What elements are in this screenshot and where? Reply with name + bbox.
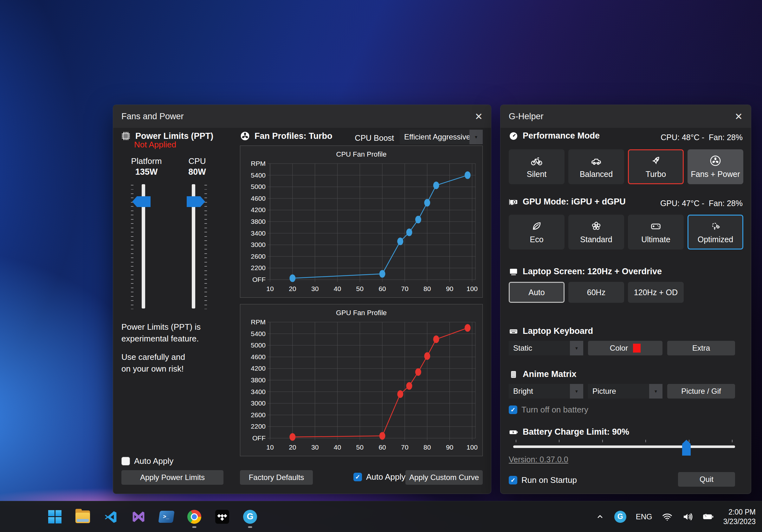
battery-slider-track[interactable] [513, 445, 735, 448]
curve-auto-apply-checkbox[interactable]: ✓ [353, 473, 362, 481]
gpu-eco-button[interactable]: Eco [509, 215, 565, 250]
chevron-down-icon[interactable]: ▼ [570, 384, 583, 399]
svg-text:50: 50 [356, 285, 363, 292]
keyboard-mode-select[interactable]: Static ▼ [509, 341, 583, 355]
close-icon[interactable]: ✕ [475, 111, 483, 122]
keyboard-heading: Laptop Keyboard [523, 326, 593, 336]
visual-studio-icon [131, 510, 145, 524]
ghelper-window: G-Helper ✕ Performance Mode CPU: 48°C - … [500, 105, 751, 494]
svg-text:5000: 5000 [251, 342, 266, 349]
gpu-fan-chart-panel[interactable]: GPU Fan Profile1020304050607080901002200… [240, 304, 483, 456]
quit-button[interactable]: Quit [678, 472, 735, 487]
gpu-optimized-button[interactable]: Optimized [688, 215, 743, 250]
tray-chevron-up-icon[interactable] [595, 512, 605, 521]
fans-and-power-window: Fans and Power ✕ Power Limits (PPT) Not … [113, 105, 491, 494]
powershell-icon: >_ [158, 511, 174, 523]
svg-text:CPU Fan Profile: CPU Fan Profile [336, 150, 387, 158]
ghelper-titlebar[interactable]: G-Helper ✕ [500, 105, 751, 128]
screen-120hz-od-button[interactable]: 120Hz + OD [628, 282, 684, 303]
version-link[interactable]: Version: 0.37.0.0 [509, 455, 568, 464]
performance-heading: Performance Mode [523, 131, 600, 141]
svg-text:2200: 2200 [251, 422, 266, 430]
mode-balanced-button[interactable]: Balanced [568, 149, 624, 184]
svg-text:90: 90 [446, 443, 453, 451]
apply-power-limits-button[interactable]: Apply Power Limits [121, 470, 223, 485]
gpu-fan-chart[interactable]: GPU Fan Profile1020304050607080901002200… [240, 304, 483, 456]
visual-studio-button[interactable] [131, 509, 146, 524]
chrome-button[interactable] [187, 509, 201, 524]
screen-heading: Laptop Screen: 120Hz + Overdrive [523, 266, 662, 276]
language-indicator[interactable]: ENG [636, 512, 652, 521]
svg-text:20: 20 [289, 285, 296, 292]
battery-heading: Battery Charge Limit: 90% [523, 427, 629, 437]
keyboard-extra-button[interactable]: Extra [667, 341, 735, 355]
svg-text:4600: 4600 [251, 195, 266, 202]
screen-60hz-button[interactable]: 60Hz [568, 282, 624, 303]
factory-defaults-button[interactable]: Factory Defaults [240, 470, 313, 485]
cpu-slider-thumb[interactable] [187, 196, 205, 207]
curve-auto-apply-label: Auto Apply [366, 472, 406, 482]
battery-charging-icon[interactable] [702, 511, 714, 522]
svg-text:100: 100 [467, 285, 478, 292]
run-on-startup-row: ✓ Run on Startup [509, 475, 577, 485]
svg-text:90: 90 [446, 285, 453, 292]
svg-text:40: 40 [334, 285, 341, 292]
platform-slider-thumb[interactable] [132, 196, 151, 207]
mode-turbo-label: Turbo [646, 170, 666, 179]
tray-clock[interactable]: 2:00 PM 3/23/2023 [723, 507, 756, 526]
cpu-fan-chart[interactable]: CPU Fan Profile1020304050607080901002200… [240, 146, 483, 297]
keyboard-color-button[interactable]: Color [588, 341, 662, 355]
chevron-down-icon[interactable]: ▼ [469, 130, 483, 144]
matrix-brightness-value: Bright [513, 387, 533, 396]
start-button[interactable] [47, 509, 62, 524]
powershell-button[interactable]: >_ [159, 509, 174, 524]
matrix-picture-gif-button[interactable]: Picture / Gif [667, 384, 735, 399]
apply-custom-curve-button[interactable]: Apply Custom Curve [406, 470, 483, 485]
svg-text:10: 10 [266, 443, 273, 451]
close-icon[interactable]: ✕ [735, 111, 743, 122]
matrix-battery-row: ✓ Turn off on battery [509, 405, 588, 415]
power-auto-apply-checkbox[interactable] [121, 457, 130, 465]
gpu-heading: GPU Mode: iGPU + dGPU [523, 197, 626, 207]
ghelper-tray-icon[interactable]: G [614, 511, 626, 523]
tidal-button[interactable] [215, 509, 229, 524]
matrix-brightness-select[interactable]: Bright ▼ [509, 384, 583, 399]
keyboard-color-label: Color [610, 344, 628, 352]
svg-text:RPM: RPM [251, 318, 266, 326]
svg-text:30: 30 [311, 285, 319, 292]
gpu-temp-status: GPU: 47°C - Fan: 28% [660, 199, 743, 208]
file-explorer-button[interactable] [75, 509, 90, 524]
svg-text:50: 50 [356, 443, 363, 451]
fans-power-button[interactable]: Fans + Power [688, 149, 743, 184]
turn-off-on-battery-label: Turn off on battery [521, 405, 588, 415]
cpu-fan-chart-panel[interactable]: CPU Fan Profile1020304050607080901002200… [240, 145, 483, 298]
battery-slider-ticks [516, 440, 732, 442]
ghelper-title: G-Helper [509, 112, 544, 121]
gpu-standard-button[interactable]: Standard [568, 215, 624, 250]
flower-icon [590, 220, 602, 232]
cpu-temp-status: CPU: 48°C - Fan: 28% [660, 133, 743, 142]
vscode-button[interactable] [103, 509, 118, 524]
gpu-ultimate-button[interactable]: Ultimate [628, 215, 684, 250]
svg-text:RPM: RPM [251, 160, 266, 167]
chevron-down-icon[interactable]: ▼ [570, 341, 583, 355]
performance-gauge-icon [509, 131, 518, 141]
screen-auto-button[interactable]: Auto [509, 282, 565, 303]
wifi-icon[interactable] [662, 511, 673, 522]
matrix-content-select[interactable]: Picture ▼ [588, 384, 662, 399]
windows-logo-icon [48, 510, 61, 523]
ghelper-taskbar-button[interactable]: G [243, 509, 258, 524]
screen-icon [509, 267, 518, 276]
chevron-down-icon[interactable]: ▼ [649, 384, 662, 399]
power-limits-heading: Power Limits (PPT) [135, 131, 213, 141]
cpu-boost-select[interactable]: Efficient Aggressive ▼ [400, 130, 483, 144]
fan-profiles-heading: Fan Profiles: Turbo [255, 131, 333, 141]
run-on-startup-checkbox[interactable]: ✓ [509, 476, 517, 485]
mode-silent-button[interactable]: Silent [509, 149, 565, 184]
turn-off-on-battery-checkbox[interactable]: ✓ [509, 406, 517, 414]
mode-turbo-button[interactable]: Turbo [628, 149, 684, 184]
fans-window-titlebar[interactable]: Fans and Power ✕ [113, 105, 491, 128]
volume-icon[interactable] [682, 511, 693, 522]
battery-icon [509, 427, 518, 437]
power-limits-status: Not Applied [134, 140, 176, 150]
